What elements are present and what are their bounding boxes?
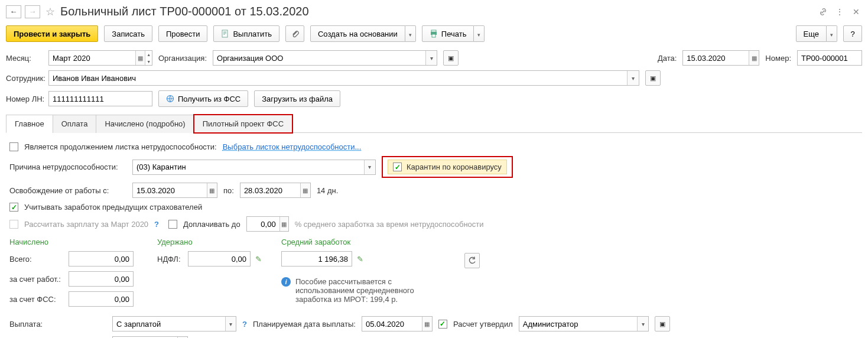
link-icon[interactable] bbox=[817, 6, 829, 18]
calendar-icon[interactable]: ▦ bbox=[749, 51, 759, 65]
topup-input[interactable]: ▦ bbox=[246, 216, 289, 232]
print-icon bbox=[430, 30, 438, 38]
down-icon[interactable]: ▼ bbox=[145, 58, 152, 65]
number-label: Номер: bbox=[765, 54, 791, 63]
continuation-checkbox[interactable] bbox=[9, 142, 18, 151]
employee-open-button[interactable]: ▣ bbox=[645, 70, 661, 86]
month-label: Месяц: bbox=[6, 54, 43, 63]
payment-label: Выплата: bbox=[9, 320, 106, 329]
chevron-down-icon[interactable]: ▾ bbox=[637, 317, 648, 331]
load-file-button[interactable]: Загрузить из файла bbox=[254, 90, 340, 107]
help-recalc[interactable]: ? bbox=[154, 220, 159, 229]
ndfl-input[interactable] bbox=[188, 251, 251, 266]
reason-label: Причина нетрудоспособности: bbox=[9, 162, 126, 171]
calendar-icon[interactable]: ▦ bbox=[300, 183, 310, 197]
chevron-down-icon[interactable]: ▾ bbox=[225, 317, 236, 331]
tab-accrued-details[interactable]: Начислено (подробно) bbox=[96, 115, 194, 133]
attach-button[interactable] bbox=[285, 25, 304, 42]
continuation-label: Является продолжением листка нетрудоспос… bbox=[24, 142, 217, 151]
favorite-icon[interactable]: ☆ bbox=[44, 5, 57, 18]
tab-payment[interactable]: Оплата bbox=[53, 115, 97, 133]
accrued-header: Начислено bbox=[9, 238, 139, 246]
ndfl-label: НДФЛ: bbox=[157, 255, 183, 264]
date-label: Дата: bbox=[658, 54, 677, 63]
approved-label: Расчет утвердил bbox=[453, 320, 513, 329]
chevron-down-icon[interactable]: ▾ bbox=[425, 51, 437, 65]
org-label: Организация: bbox=[158, 54, 207, 63]
chevron-down-icon[interactable]: ▾ bbox=[364, 160, 375, 174]
pencil-icon[interactable]: ✎ bbox=[255, 255, 262, 264]
total-input[interactable] bbox=[69, 251, 134, 266]
recalc-label: Рассчитать зарплату за Март 2020 bbox=[24, 220, 148, 229]
calc-icon[interactable]: ▦ bbox=[279, 217, 288, 231]
employer-input[interactable] bbox=[69, 271, 134, 287]
recalc-checkbox bbox=[9, 220, 18, 229]
covid-highlight: Карантин по коронавирусу bbox=[382, 156, 513, 178]
back-button[interactable]: ← bbox=[6, 5, 21, 18]
fss-label: за счет ФСС: bbox=[9, 295, 64, 304]
release-label: Освобождение от работы с: bbox=[9, 186, 126, 195]
load-file-label: Загрузить из файла bbox=[262, 95, 333, 103]
pencil-icon[interactable]: ✎ bbox=[357, 255, 363, 264]
page-title: Больничный лист ТР00-000001 от 15.03.202… bbox=[60, 5, 814, 18]
get-fss-button[interactable]: Получить из ФСС bbox=[158, 90, 248, 107]
withheld-header: Удержано bbox=[157, 238, 264, 246]
save-button[interactable]: Записать bbox=[104, 25, 152, 42]
date-to-input[interactable]: ▦ bbox=[240, 183, 311, 198]
reason-input[interactable]: ▾ bbox=[132, 160, 376, 175]
close-icon[interactable]: ✕ bbox=[850, 6, 862, 18]
number-input[interactable] bbox=[797, 50, 862, 66]
fss-input[interactable] bbox=[69, 291, 134, 307]
date-input[interactable]: ▦ bbox=[682, 50, 759, 66]
month-input[interactable]: ▦ ▲▼ bbox=[48, 50, 152, 66]
calendar-icon[interactable]: ▦ bbox=[207, 183, 217, 197]
covid-checkbox[interactable] bbox=[393, 162, 402, 171]
print-label: Печать bbox=[441, 30, 467, 38]
topup-checkbox[interactable] bbox=[168, 220, 177, 229]
approved-checkbox[interactable] bbox=[438, 320, 447, 329]
continuation-link[interactable]: Выбрать листок нетрудоспособности... bbox=[223, 142, 362, 151]
help-button[interactable]: ? bbox=[843, 25, 862, 42]
refresh-button[interactable] bbox=[464, 253, 480, 268]
org-open-button[interactable]: ▣ bbox=[443, 50, 459, 66]
calendar-icon[interactable]: ▦ bbox=[422, 317, 432, 331]
up-icon[interactable]: ▲ bbox=[145, 51, 152, 58]
create-based-dropdown[interactable] bbox=[405, 25, 416, 42]
calendar-icon[interactable]: ▦ bbox=[135, 51, 145, 65]
forward-button[interactable]: → bbox=[25, 5, 40, 18]
topup-suffix: % среднего заработка за время нетрудоспо… bbox=[295, 220, 484, 229]
chevron-down-icon[interactable]: ▾ bbox=[627, 71, 639, 85]
tab-fss-pilot[interactable]: Пилотный проект ФСС bbox=[194, 115, 292, 133]
date-from-input[interactable]: ▦ bbox=[132, 183, 217, 198]
menu-icon[interactable]: ⋮ bbox=[834, 6, 846, 18]
pay-label: Выплатить bbox=[233, 30, 272, 38]
ln-label: Номер ЛН: bbox=[6, 95, 43, 103]
ln-input[interactable] bbox=[48, 91, 152, 106]
svg-rect-0 bbox=[222, 30, 227, 37]
globe-icon bbox=[166, 95, 174, 103]
employee-input[interactable]: ▾ bbox=[48, 70, 639, 86]
planned-input[interactable]: ▦ bbox=[362, 316, 433, 332]
post-close-button[interactable]: Провести и закрыть bbox=[6, 25, 98, 42]
print-dropdown[interactable] bbox=[474, 25, 485, 42]
document-icon bbox=[221, 30, 229, 38]
more-button[interactable]: Еще bbox=[796, 25, 837, 42]
svg-rect-1 bbox=[431, 30, 436, 32]
approved-input[interactable]: ▾ bbox=[519, 316, 649, 332]
pay-button[interactable]: Выплатить bbox=[213, 25, 279, 42]
org-input[interactable]: ▾ bbox=[213, 50, 437, 66]
more-dropdown[interactable] bbox=[827, 25, 837, 42]
save-label: Записать bbox=[112, 30, 145, 38]
post-button[interactable]: Провести bbox=[158, 25, 208, 42]
avg-input[interactable] bbox=[281, 251, 352, 266]
help-payment[interactable]: ? bbox=[242, 320, 247, 329]
to-label: по: bbox=[223, 186, 234, 195]
create-based-button[interactable]: Создать на основании bbox=[310, 25, 416, 42]
prev-insurers-label: Учитывать заработок предыдущих страховат… bbox=[24, 203, 202, 212]
help-label: ? bbox=[850, 30, 854, 38]
tab-main[interactable]: Главное bbox=[6, 115, 53, 133]
payment-input[interactable]: ▾ bbox=[112, 316, 236, 332]
prev-insurers-checkbox[interactable] bbox=[9, 203, 18, 212]
print-button[interactable]: Печать bbox=[422, 25, 485, 42]
approved-open-button[interactable]: ▣ bbox=[655, 316, 670, 332]
